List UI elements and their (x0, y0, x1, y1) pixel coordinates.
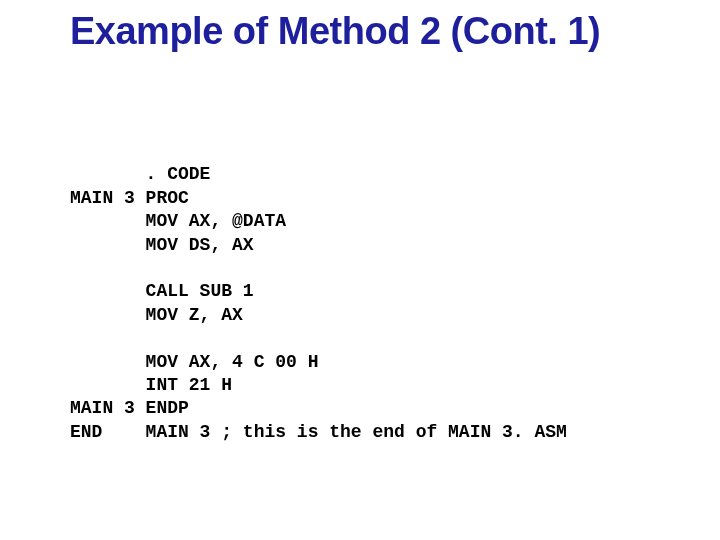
code-block: . CODE MAIN 3 PROC MOV AX, @DATA MOV DS,… (70, 140, 680, 444)
code-line: CALL SUB 1 (70, 281, 254, 301)
code-line: MAIN 3 PROC (70, 188, 189, 208)
code-line: MOV DS, AX (70, 235, 254, 255)
code-line: END MAIN 3 ; this is the end of MAIN 3. … (70, 422, 567, 442)
code-line: . CODE (70, 164, 210, 184)
code-line: MOV AX, 4 C 00 H (70, 352, 318, 372)
slide: Example of Method 2 (Cont. 1) . CODE MAI… (0, 0, 720, 540)
code-line: MOV AX, @DATA (70, 211, 286, 231)
code-line: MAIN 3 ENDP (70, 398, 189, 418)
code-line: INT 21 H (70, 375, 232, 395)
code-line: MOV Z, AX (70, 305, 243, 325)
slide-title: Example of Method 2 (Cont. 1) (70, 10, 680, 54)
